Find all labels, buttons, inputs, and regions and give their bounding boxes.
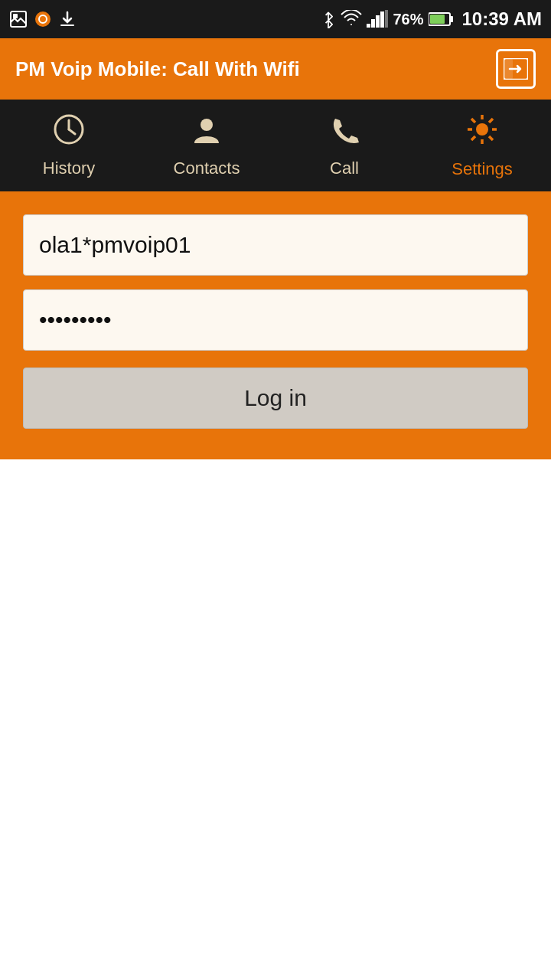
svg-rect-7 xyxy=(376,15,380,28)
tab-history[interactable]: History xyxy=(0,100,138,191)
svg-point-3 xyxy=(39,15,47,23)
svg-rect-11 xyxy=(450,16,453,22)
battery-percent: 76% xyxy=(393,11,423,28)
tab-contacts-label: Contacts xyxy=(174,158,240,178)
tab-settings-label: Settings xyxy=(452,159,513,179)
svg-line-25 xyxy=(489,136,493,140)
gear-icon xyxy=(465,112,500,155)
clock-icon xyxy=(52,113,86,154)
password-input[interactable] xyxy=(23,289,528,351)
svg-rect-9 xyxy=(385,10,388,28)
svg-line-27 xyxy=(471,136,475,140)
svg-rect-4 xyxy=(60,24,74,26)
status-right-icons: 76% 10:39 AM xyxy=(321,8,542,30)
circle-icon xyxy=(34,10,52,28)
username-input[interactable] xyxy=(23,214,528,276)
signal-icon xyxy=(367,10,388,28)
battery-icon xyxy=(429,11,453,27)
svg-point-18 xyxy=(201,119,213,131)
svg-line-24 xyxy=(471,119,475,122)
login-button[interactable]: Log in xyxy=(23,368,528,429)
status-time: 10:39 AM xyxy=(462,8,542,30)
content-area xyxy=(0,459,551,980)
svg-rect-1 xyxy=(13,14,18,18)
svg-rect-5 xyxy=(367,24,370,28)
download-icon xyxy=(58,10,77,28)
app-bar-action-button[interactable] xyxy=(496,49,536,89)
tab-history-label: History xyxy=(43,158,95,178)
gallery-icon xyxy=(9,10,28,28)
svg-line-26 xyxy=(489,119,493,122)
svg-rect-8 xyxy=(380,11,384,28)
status-bar: 76% 10:39 AM xyxy=(0,0,551,38)
status-left-icons xyxy=(9,10,77,28)
svg-line-17 xyxy=(69,129,75,134)
svg-rect-14 xyxy=(504,58,513,80)
tab-bar: History Contacts Call xyxy=(0,100,551,191)
svg-rect-6 xyxy=(371,19,375,28)
phone-icon xyxy=(328,113,361,154)
svg-rect-12 xyxy=(430,15,445,24)
tab-call-label: Call xyxy=(330,158,359,178)
app-title: PM Voip Mobile: Call With Wifi xyxy=(15,57,300,81)
exit-icon xyxy=(504,58,528,80)
person-icon xyxy=(190,113,223,154)
wifi-icon xyxy=(341,10,362,28)
tab-call[interactable]: Call xyxy=(276,100,413,191)
tab-settings[interactable]: Settings xyxy=(413,100,551,191)
app-bar: PM Voip Mobile: Call With Wifi xyxy=(0,38,551,100)
bluetooth-icon xyxy=(321,10,336,28)
settings-area: Log in xyxy=(0,191,551,459)
tab-contacts[interactable]: Contacts xyxy=(138,100,276,191)
